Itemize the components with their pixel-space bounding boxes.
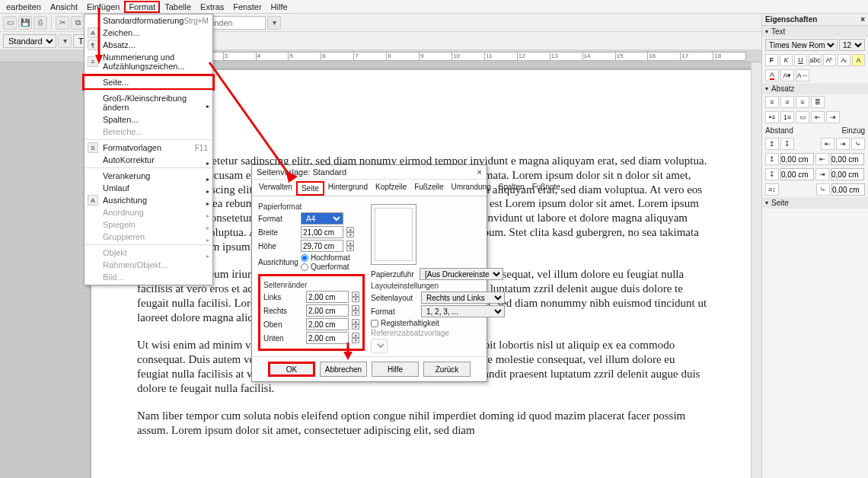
subscript-icon[interactable]: A₍: [838, 54, 850, 66]
superscript-icon[interactable]: Aᵇ: [823, 54, 836, 66]
body-paragraph[interactable]: Nam liber tempor cum soluta nobis eleife…: [137, 409, 708, 438]
bold-icon[interactable]: F: [765, 54, 778, 66]
menu-item[interactable]: Groß-/Kleinschreibung ändern: [85, 92, 212, 113]
copy-icon[interactable]: ⧉: [71, 16, 85, 30]
space-above-icon[interactable]: ↥: [765, 138, 779, 150]
strike-icon[interactable]: abc: [809, 54, 822, 66]
indent-dec-icon[interactable]: ⇤: [811, 111, 825, 123]
indent-left-input[interactable]: [831, 153, 864, 165]
indent-first-icon[interactable]: ⤷: [851, 138, 865, 150]
menu-item[interactable]: AZeichen...: [85, 27, 212, 39]
menu-item[interactable]: Umlauf: [85, 182, 212, 194]
menu-help[interactable]: Hilfe: [266, 1, 292, 13]
menu-item[interactable]: AAusrichtung: [85, 194, 212, 206]
cut-icon[interactable]: ✂: [56, 16, 69, 30]
menu-window[interactable]: Fenster: [228, 1, 266, 13]
menu-item[interactable]: Verankerung: [85, 170, 212, 182]
space-below-icon[interactable]: ↧: [780, 138, 794, 150]
page-style-dialog[interactable]: Seitenvorlage: Standard × Verwalten Seit…: [251, 164, 487, 382]
cancel-button[interactable]: Abbrechen: [320, 362, 367, 377]
numbering-icon[interactable]: 1≡: [780, 111, 794, 123]
menu-insert[interactable]: Einfügen: [82, 1, 124, 13]
format-menu-dropdown[interactable]: StandardformatierungStrg+MAZeichen...¶Ab…: [84, 14, 213, 285]
group-margins-highlight: Seitenränder Links▴▾ Rechts▴▾ Oben▴▾ Unt…: [258, 274, 365, 351]
landscape-label: Querformat: [311, 263, 349, 271]
style-select[interactable]: Standard: [3, 34, 56, 48]
paper-feed-select[interactable]: [Aus Druckereinstellung]: [420, 268, 503, 280]
find-next-icon[interactable]: ▾: [267, 16, 281, 30]
italic-icon[interactable]: K: [780, 54, 793, 66]
sidebar-section-text[interactable]: Text: [762, 26, 868, 37]
help-button[interactable]: Hilfe: [372, 362, 419, 377]
menubar[interactable]: earbeiten Ansicht Einfügen Format Tabell…: [0, 0, 868, 14]
align-justify-icon[interactable]: ≣: [811, 96, 825, 108]
orient-landscape-radio[interactable]: [301, 263, 308, 271]
numformat-select[interactable]: 1, 2, 3, ...: [421, 305, 505, 317]
page-preview: [371, 204, 416, 265]
font-size-select[interactable]: 12: [839, 39, 865, 51]
menu-view[interactable]: Ansicht: [46, 1, 82, 13]
char-spacing-icon[interactable]: A↔: [796, 69, 809, 81]
orient-portrait-radio[interactable]: [301, 254, 308, 262]
space-above-input[interactable]: [780, 153, 814, 165]
paper-format-select[interactable]: A4: [301, 212, 343, 225]
close-icon[interactable]: ×: [477, 167, 482, 177]
menu-icon: S: [88, 142, 98, 153]
menu-item[interactable]: ¶Absatz...: [85, 39, 212, 51]
bgcolor-icon[interactable]: ▭: [796, 111, 809, 123]
paper-width-input[interactable]: [301, 226, 343, 238]
menu-item[interactable]: ≡Nummerierung und Aufzählungszeichen...: [85, 51, 212, 72]
menu-edit[interactable]: earbeiten: [2, 1, 46, 13]
tab-spalten[interactable]: Spalten: [495, 181, 528, 196]
align-left-icon[interactable]: ≡: [765, 96, 779, 108]
menu-label: Bereiche...: [103, 127, 143, 136]
menu-extras[interactable]: Extras: [196, 1, 228, 13]
pagelayout-select[interactable]: Rechts und Links: [421, 292, 505, 304]
menu-table[interactable]: Tabelle: [160, 1, 196, 13]
indent-right-input[interactable]: [831, 168, 864, 180]
margin-left-input[interactable]: [306, 291, 349, 303]
menu-item[interactable]: Spalten...: [85, 113, 212, 126]
margin-top-label: Oben: [263, 320, 303, 329]
tab-fussnote[interactable]: Fußnote: [528, 181, 564, 196]
underline-icon[interactable]: U: [794, 54, 807, 66]
menu-item: Objekt: [85, 247, 212, 259]
linespacing-icon[interactable]: ≡↕: [765, 183, 779, 196]
menu-item[interactable]: StandardformatierungStrg+M: [85, 14, 212, 27]
print-icon[interactable]: ⎙: [34, 16, 47, 30]
tab-fusszeile[interactable]: Fußzeile: [410, 181, 447, 196]
indent-right-icon[interactable]: ⇥: [836, 138, 850, 150]
menu-format[interactable]: Format: [124, 1, 160, 13]
margin-top-input[interactable]: [306, 318, 349, 330]
sidebar-section-paragraph[interactable]: Absatz: [762, 83, 868, 94]
tab-hintergrund[interactable]: Hintergrund: [324, 181, 372, 196]
open-icon[interactable]: ▭: [3, 16, 17, 30]
menu-item[interactable]: SFormatvorlagenF11: [85, 142, 212, 154]
highlight-icon[interactable]: A: [852, 54, 865, 66]
vertical-scrollbar[interactable]: [751, 62, 761, 478]
register-checkbox[interactable]: [371, 320, 378, 327]
style-more-icon[interactable]: ▾: [58, 34, 72, 48]
menu-item[interactable]: AutoKorrektur: [85, 154, 212, 166]
margin-right-input[interactable]: [306, 304, 349, 317]
font-family-select[interactable]: Times New Roman: [765, 39, 838, 51]
char-bg-icon[interactable]: A▾: [780, 69, 794, 81]
tab-kopfzeile[interactable]: Kopfzeile: [372, 181, 410, 196]
indent-inc-icon[interactable]: ⇥: [826, 111, 840, 123]
font-color-icon[interactable]: A: [765, 69, 779, 81]
close-icon[interactable]: ×: [860, 15, 865, 24]
menu-item[interactable]: Seite...: [85, 76, 212, 88]
align-center-icon[interactable]: ≡: [780, 96, 794, 108]
reset-button[interactable]: Zurück: [423, 362, 471, 377]
save-icon[interactable]: 💾: [18, 16, 32, 30]
indent-left-icon[interactable]: ⇤: [821, 138, 834, 150]
indent-first-input[interactable]: [831, 183, 865, 196]
align-right-icon[interactable]: ≡: [796, 96, 809, 108]
space-below-input[interactable]: [780, 168, 814, 180]
find-input[interactable]: [205, 16, 266, 30]
sidebar-section-page[interactable]: Seite: [762, 197, 868, 209]
paper-height-input[interactable]: [301, 240, 343, 252]
bullets-icon[interactable]: •≡: [765, 111, 779, 123]
tab-umrandung[interactable]: Umrandung: [447, 181, 494, 196]
ok-button[interactable]: OK: [268, 362, 315, 377]
